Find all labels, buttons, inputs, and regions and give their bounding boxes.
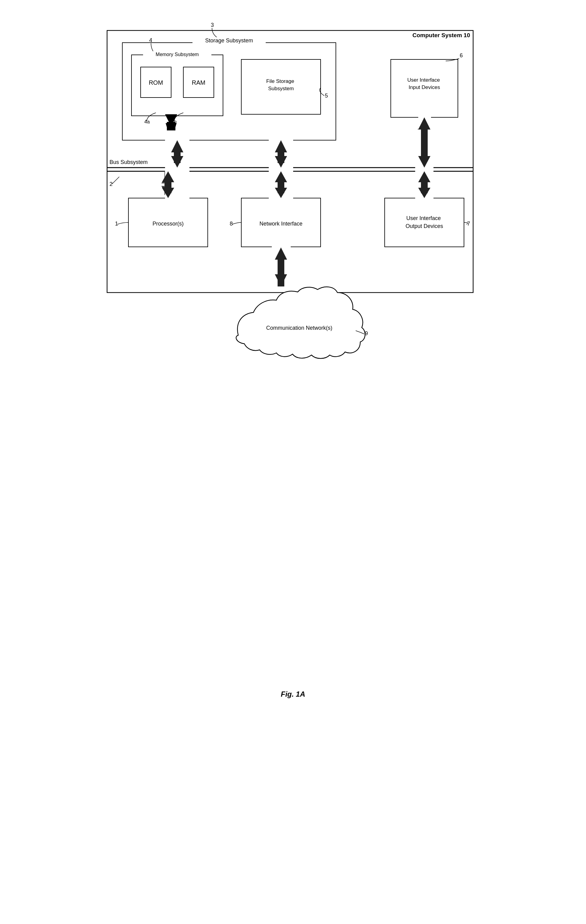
label-1: 1	[115, 221, 118, 227]
label-5: 5	[325, 92, 328, 99]
rom-label: ROM	[149, 79, 163, 86]
ui-output-label: User Interface Output Devices	[406, 215, 443, 229]
ui-output-box	[385, 198, 464, 247]
cloud-shape: Communication Network(s)	[236, 287, 365, 358]
label-4: 4	[149, 37, 152, 43]
ui-input-label: User Interface Input Devices	[407, 77, 441, 90]
processors-label: Processor(s)	[152, 221, 183, 227]
file-storage-label: File Storage Subsystem	[266, 78, 295, 91]
page: Computer System 10 3 Storage Subsystem S…	[0, 0, 586, 924]
label-2-line	[112, 177, 119, 184]
label-6: 6	[460, 53, 463, 58]
label-8-line	[232, 223, 241, 224]
bus-label: Bus Subsystem	[109, 159, 147, 165]
main-diagram-svg: Computer System 10 3 Storage Subsystem S…	[98, 12, 488, 683]
fig-label: Fig. 1A	[98, 690, 488, 698]
label-8: 8	[230, 221, 233, 227]
network-interface-label: Network Interface	[259, 221, 302, 227]
memory-subsystem-label: Memory Subsystem	[156, 52, 199, 57]
cloud-label: Communication Network(s)	[266, 325, 332, 331]
memory-subsystem-box	[131, 55, 223, 116]
computer-system-label: Computer System 10	[412, 32, 470, 38]
ram-label: RAM	[192, 79, 205, 86]
storage-subsystem-text: Storage Subsystem	[205, 38, 253, 44]
diagram-wrapper: Computer System 10 3 Storage Subsystem S…	[98, 12, 488, 717]
label-3: 3	[211, 22, 214, 28]
label-9: 9	[365, 330, 368, 337]
label-1-line	[118, 223, 128, 224]
